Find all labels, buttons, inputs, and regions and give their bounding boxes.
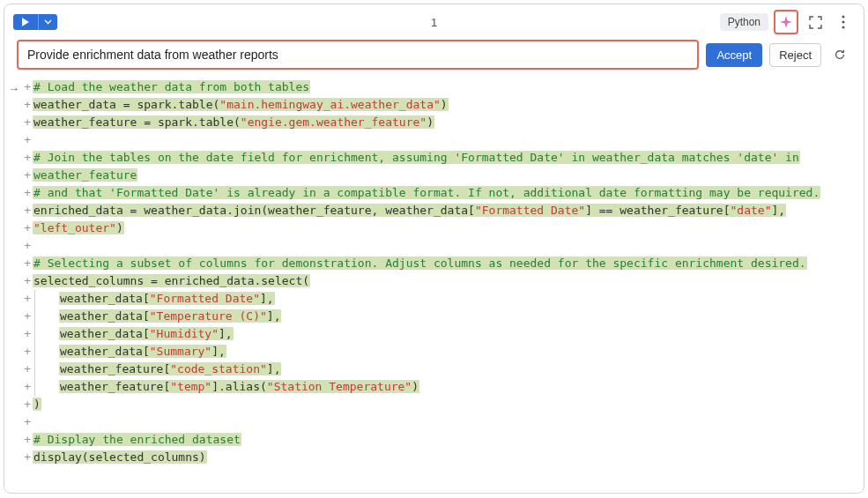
code-line: weather_feature [31, 167, 851, 184]
code-line: ) [31, 396, 851, 413]
code-editor[interactable]: # Load the weather data from both tables… [31, 78, 851, 484]
reject-button[interactable]: Reject [769, 43, 821, 67]
chevron-down-icon [44, 19, 52, 25]
run-button[interactable] [13, 14, 38, 30]
diff-plus-marker: + [20, 431, 31, 449]
diff-plus-marker: + [20, 167, 31, 184]
svg-point-0 [842, 16, 845, 19]
ai-prompt-input[interactable] [17, 40, 699, 70]
code-line: enriched_data = weather_data.join(weathe… [31, 202, 851, 219]
code-line: # and that 'Formatted Date' is already i… [31, 184, 851, 202]
language-badge[interactable]: Python [720, 13, 768, 31]
more-vertical-icon [842, 15, 845, 29]
code-line: selected_columns = enriched_data.select( [31, 272, 851, 290]
ai-assist-button[interactable] [774, 10, 798, 34]
diff-gutter: ++++++++++++++++++++++ [20, 78, 31, 484]
cell-index: 1 [431, 16, 437, 29]
diff-plus-marker: + [20, 343, 31, 360]
code-line: # Display the enriched dataset [31, 431, 851, 449]
diff-plus-marker: + [20, 413, 31, 431]
diff-plus-marker: + [20, 449, 31, 466]
code-line: # Selecting a subset of columns for demo… [31, 255, 851, 272]
code-line: weather_data["Temperature (C)"], [31, 308, 851, 325]
diff-plus-marker: + [20, 308, 31, 325]
diff-plus-marker: + [20, 325, 31, 343]
code-line: weather_data["Summary"], [31, 343, 851, 360]
diff-plus-marker: + [20, 360, 31, 378]
cell-toolbar: 1 Python [4, 4, 864, 40]
code-line: # Join the tables on the date field for … [31, 149, 851, 167]
code-line [31, 413, 851, 431]
ai-prompt-row: Accept Reject [4, 40, 864, 78]
code-line [31, 131, 851, 149]
run-dropdown-button[interactable] [38, 14, 57, 30]
notebook-cell: 1 Python Accept Reject [4, 4, 864, 494]
code-line: "left_outer") [31, 219, 851, 237]
expand-icon [809, 16, 822, 29]
diff-plus-marker: + [20, 202, 31, 219]
diff-plus-marker: + [20, 114, 31, 131]
code-line: display(selected_columns) [31, 449, 851, 466]
sparkle-icon [779, 15, 793, 29]
refresh-icon [834, 48, 846, 62]
code-line: # Load the weather data from both tables [31, 78, 851, 96]
code-line: weather_feature["code_station"], [31, 360, 851, 378]
accept-button[interactable]: Accept [706, 43, 762, 67]
diff-plus-marker: + [20, 131, 31, 149]
diff-plus-marker: + [20, 396, 31, 413]
diff-plus-marker: + [20, 272, 31, 290]
diff-plus-marker: + [20, 149, 31, 167]
arrow-right-icon: → [8, 82, 19, 95]
more-button[interactable] [832, 11, 855, 33]
run-button-group [13, 14, 57, 30]
diff-plus-marker: + [20, 378, 31, 396]
diff-plus-marker: + [20, 237, 31, 255]
code-line: weather_feature["temp"].alias("Station T… [31, 378, 851, 396]
code-line: weather_feature = spark.table("engie.gem… [31, 114, 851, 131]
svg-point-1 [842, 21, 845, 24]
code-line [31, 237, 851, 255]
arrow-column: → [4, 78, 20, 484]
svg-point-2 [842, 26, 845, 29]
play-icon [21, 18, 30, 26]
diff-plus-marker: + [20, 96, 31, 114]
expand-button[interactable] [804, 11, 827, 33]
diff-plus-marker: + [20, 219, 31, 237]
diff-plus-marker: + [20, 255, 31, 272]
diff-plus-marker: + [20, 290, 31, 308]
code-line: weather_data["Formatted Date"], [31, 290, 851, 308]
code-area[interactable]: → ++++++++++++++++++++++ # Load the weat… [4, 78, 864, 493]
code-line: weather_data["Humidity"], [31, 325, 851, 343]
diff-plus-marker: + [20, 184, 31, 202]
diff-plus-marker: + [20, 78, 31, 96]
regenerate-button[interactable] [828, 43, 851, 66]
code-line: weather_data = spark.table("main.hemingw… [31, 96, 851, 114]
